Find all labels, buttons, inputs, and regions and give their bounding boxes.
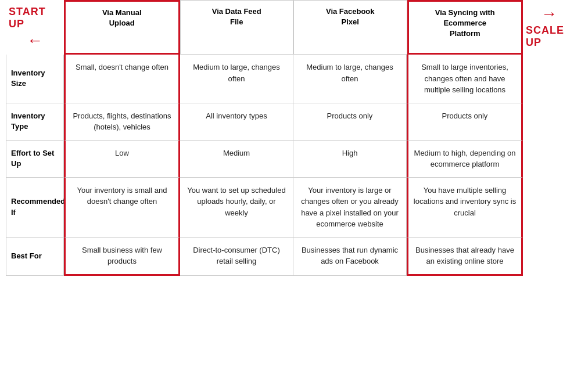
row-end-spacer (523, 141, 575, 178)
table-cell: Products, flights, destinations (hotels)… (64, 103, 180, 141)
table-cell: Direct-to-consumer (DTC) retail selling (180, 238, 293, 276)
table-cell: Small, doesn't change often (64, 55, 180, 103)
row-label: Best For (6, 238, 64, 276)
row-cells: LowMediumHighMedium to high, depending o… (64, 141, 523, 178)
row-end-spacer (523, 103, 575, 141)
scaleup-section: → SCALE UP (523, 0, 575, 55)
row-end-spacer (523, 238, 575, 276)
table-row: Best ForSmall business with few products… (6, 238, 575, 276)
table-row: Inventory TypeProducts, flights, destina… (6, 103, 575, 141)
row-cells: Small, doesn't change oftenMedium to lar… (64, 55, 523, 103)
table-cell: Medium to high, depending on ecommerce p… (407, 141, 523, 178)
row-label: Inventory Size (6, 55, 64, 103)
data-rows: Inventory SizeSmall, doesn't change ofte… (6, 55, 575, 276)
row-cells: Small business with few productsDirect-t… (64, 238, 523, 276)
table-cell: Small business with few products (64, 238, 180, 276)
table-cell: Products only (407, 103, 523, 141)
startup-label: START UP (9, 6, 61, 30)
table-cell: High (293, 141, 407, 178)
col-header-sync: Via Syncing with Ecommerce Platform (407, 0, 523, 55)
col-header-pixel: Via Facebook Pixel (293, 0, 407, 55)
table-cell: You have multiple selling locations and … (407, 178, 523, 238)
arrow-right-icon: → (541, 6, 557, 22)
table-cell: Low (64, 141, 180, 178)
table-cell: Businesses that already have an existing… (407, 238, 523, 276)
table-cell: Your inventory is small and doesn't chan… (64, 178, 180, 238)
arrow-left-icon: ← (27, 33, 43, 49)
comparison-table: START UP ← Via Manual Upload Via Data Fe… (6, 0, 575, 276)
scaleup-label: SCALE UP (526, 24, 572, 49)
col-header-manual: Via Manual Upload (64, 0, 180, 55)
row-end-spacer (523, 55, 575, 103)
table-cell: Small to large inventories, changes ofte… (407, 55, 523, 103)
table-cell: Medium to large, changes often (180, 55, 293, 103)
page-wrapper: START UP ← Via Manual Upload Via Data Fe… (0, 0, 581, 392)
table-row: Inventory SizeSmall, doesn't change ofte… (6, 55, 575, 103)
table-cell: You want to set up scheduled uploads hou… (180, 178, 293, 238)
table-cell: Medium (180, 141, 293, 178)
column-headers: Via Manual Upload Via Data Feed File Via… (64, 0, 523, 55)
row-cells: Your inventory is small and doesn't chan… (64, 178, 523, 238)
row-end-spacer (523, 178, 575, 238)
table-cell: Products only (293, 103, 407, 141)
table-cell: Your inventory is large or changes often… (293, 178, 407, 238)
table-cell: All inventory types (180, 103, 293, 141)
row-cells: Products, flights, destinations (hotels)… (64, 103, 523, 141)
col-header-datafeed: Via Data Feed File (180, 0, 294, 55)
table-row: Effort to Set UpLowMediumHighMedium to h… (6, 141, 575, 178)
row-label: Recommended If (6, 178, 64, 238)
row-label: Effort to Set Up (6, 141, 64, 178)
header-row: START UP ← Via Manual Upload Via Data Fe… (6, 0, 575, 55)
table-cell: Medium to large, changes often (293, 55, 407, 103)
table-row: Recommended IfYour inventory is small an… (6, 178, 575, 238)
table-cell: Businesses that run dynamic ads on Faceb… (293, 238, 407, 276)
row-label: Inventory Type (6, 103, 64, 141)
startup-section: START UP ← (6, 0, 64, 55)
